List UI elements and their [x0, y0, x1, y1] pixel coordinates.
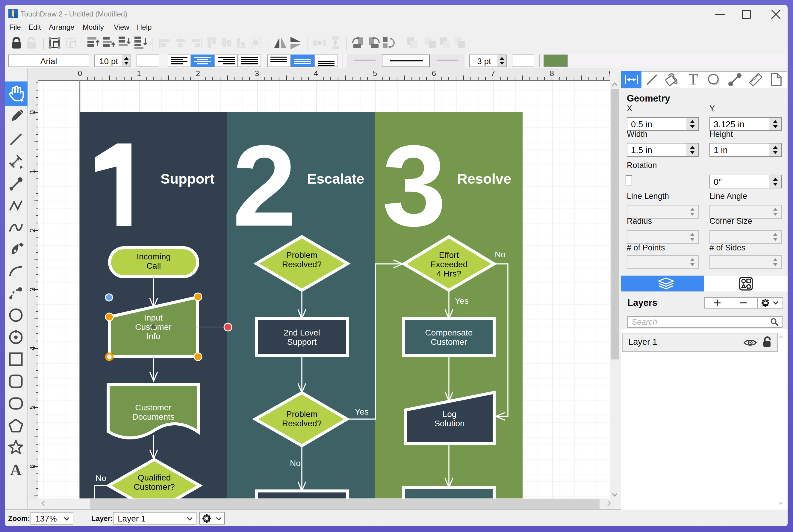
svg-text:Documents: Documents: [132, 412, 175, 421]
svg-text:No: No: [96, 474, 106, 483]
svg-text:Call: Call: [147, 261, 161, 270]
svg-text:Effort: Effort: [439, 250, 459, 260]
svg-text:Problem: Problem: [286, 410, 317, 419]
svg-text:Compensate: Compensate: [425, 328, 473, 337]
svg-text:Solution: Solution: [434, 419, 464, 428]
svg-text:3: 3: [255, 69, 259, 78]
svg-text:4: 4: [314, 69, 318, 78]
svg-text:T: T: [689, 73, 698, 86]
svg-text:8: 8: [550, 69, 554, 78]
svg-text:2: 2: [196, 69, 200, 78]
svg-text:2: 2: [232, 121, 296, 250]
svg-text:2: 2: [29, 228, 37, 232]
svg-text:4 Hrs?: 4 Hrs?: [437, 269, 461, 278]
svg-text:Yes: Yes: [455, 296, 469, 306]
svg-text:Support: Support: [287, 337, 316, 346]
svg-text:0: 0: [78, 69, 82, 78]
svg-text:Info: Info: [147, 331, 160, 341]
svg-text:0: 0: [29, 110, 37, 114]
svg-text:3: 3: [382, 121, 446, 250]
svg-text:Problem: Problem: [286, 250, 317, 260]
svg-text:5: 5: [29, 405, 37, 410]
svg-text:6: 6: [432, 69, 436, 78]
svg-text:7: 7: [491, 69, 495, 78]
svg-text:5: 5: [373, 69, 377, 78]
svg-text:Resolve: Resolve: [457, 171, 511, 187]
svg-text:Exceeded: Exceeded: [430, 260, 468, 269]
svg-text:3: 3: [29, 287, 37, 291]
svg-text:Qualified: Qualified: [138, 473, 171, 482]
svg-text:Input: Input: [144, 313, 162, 322]
svg-text:9: 9: [609, 69, 610, 78]
svg-text:Customer: Customer: [135, 403, 171, 412]
svg-text:Escalate: Escalate: [307, 171, 365, 187]
svg-text:Incoming: Incoming: [137, 252, 171, 261]
svg-text:Log: Log: [443, 410, 457, 419]
svg-text:No: No: [290, 459, 301, 468]
svg-text:Support: Support: [160, 171, 214, 187]
svg-text:No: No: [495, 250, 505, 259]
svg-text:4: 4: [29, 346, 37, 350]
svg-text:Yes: Yes: [355, 407, 369, 416]
svg-text:A: A: [10, 462, 22, 477]
svg-text:2nd Level: 2nd Level: [284, 328, 320, 337]
svg-text:1: 1: [137, 69, 141, 78]
svg-text:6: 6: [29, 464, 37, 469]
svg-text:Customer: Customer: [431, 337, 467, 346]
svg-text:Resolved?: Resolved?: [282, 260, 322, 269]
svg-text:Customer?: Customer?: [134, 482, 175, 492]
svg-text:Resolved?: Resolved?: [282, 419, 322, 428]
svg-text:1: 1: [29, 169, 37, 173]
